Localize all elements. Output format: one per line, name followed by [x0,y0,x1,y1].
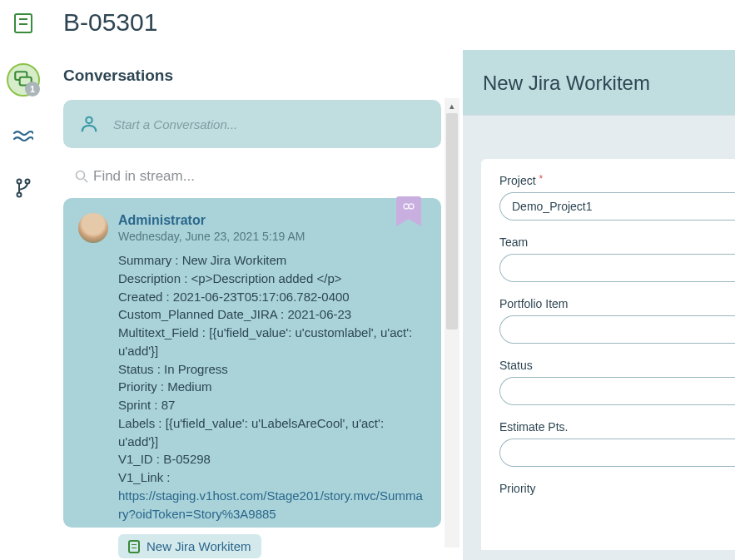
svg-point-3 [26,180,30,184]
scroll-thumb[interactable] [446,113,458,330]
field-label: Estimate Pts. [499,420,568,434]
detail-panel: New Jira Workitem Project * Team Portfol… [463,50,735,560]
left-rail: 1 [7,12,40,200]
conversation-card: Administrator Wednesday, June 23, 2021 5… [63,198,441,528]
body-line: V1_ID : B-05298 [118,450,426,468]
search-icon [75,170,88,183]
portfolio-input[interactable] [499,315,735,344]
activity-icon[interactable] [12,125,35,148]
conversations-badge: 1 [25,82,40,97]
avatar [78,213,108,243]
svg-point-2 [17,180,22,184]
panel-title: New Jira Workitem [483,72,715,95]
chip-label: New Jira Workitem [147,539,251,553]
body-line: Custom_Planned Date_JIRA : 2021-06-23 [118,305,426,324]
workitem-chip[interactable]: New Jira Workitem [118,534,261,558]
field-label: Project [499,174,536,187]
team-input[interactable] [499,254,735,282]
card-author: Administrator [118,213,305,228]
body-line: Labels : [{u'field_value': u'LabelsAreCo… [118,414,426,451]
find-placeholder: Find in stream... [93,168,195,185]
required-indicator: * [539,174,544,187]
field-label: Portfolio Item [499,297,568,310]
svg-point-4 [17,193,22,197]
card-body: Summary : New Jira Workitem Description … [118,251,426,523]
card-timestamp: Wednesday, June 23, 2021 5:19 AM [118,230,305,243]
start-conversation[interactable]: Start a Conversation... [63,100,441,148]
document-icon [128,540,140,553]
branch-icon[interactable] [12,176,35,200]
body-line-link: V1_Link : https://staging.v1host.com/Sta… [118,468,426,523]
body-line: Status : In Progress [118,360,426,379]
main-column: B-05301 Conversations Start a Conversati… [63,8,441,528]
form-area: Project * Team Portfolio Item Status Est… [481,159,735,550]
field-label: Status [499,359,533,372]
field-priority: Priority [499,482,735,495]
body-line: Sprint : 87 [118,396,426,414]
svg-point-5 [86,117,92,123]
field-label: Priority [499,482,536,495]
find-in-stream[interactable]: Find in stream... [63,163,441,198]
svg-point-8 [409,204,414,209]
field-portfolio: Portfolio Item [499,297,735,344]
v1-link[interactable]: https://staging.v1host.com/Stage201/stor… [118,488,423,521]
field-estimate: Estimate Pts. [499,420,735,467]
project-input[interactable] [499,192,735,221]
scrollbar[interactable]: ▴ [444,98,459,548]
body-line: Summary : New Jira Workitem [118,251,426,270]
body-line: Created : 2021-06-23T05:17:06.782-0400 [118,288,426,306]
svg-point-7 [404,204,409,209]
body-line: Priority : Medium [118,378,426,396]
field-label: Team [499,235,528,249]
svg-point-6 [77,171,85,180]
body-line: Description : <p>Description added </p> [118,270,426,288]
conversations-icon[interactable]: 1 [7,63,40,97]
panel-header: New Jira Workitem [463,50,735,116]
body-line: Multitext_Field : [{u'field_value': u'cu… [118,324,426,360]
document-icon[interactable] [12,12,35,35]
field-team: Team [499,235,735,282]
scroll-up-icon[interactable]: ▴ [444,98,459,113]
page-title: B-05301 [63,8,441,37]
field-status: Status [499,359,735,405]
section-title: Conversations [63,67,441,85]
start-conversation-placeholder: Start a Conversation... [113,117,237,131]
status-input[interactable] [499,377,735,405]
estimate-input[interactable] [499,439,735,467]
field-project: Project * [499,174,735,221]
person-icon [80,115,98,133]
